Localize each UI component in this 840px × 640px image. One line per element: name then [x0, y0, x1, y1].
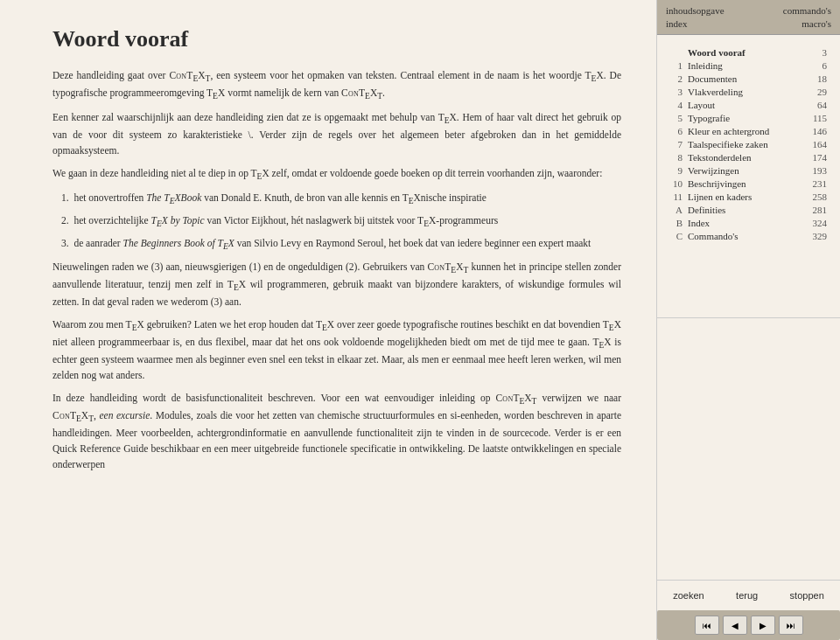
para-5: Waarom zou men TEX gebruiken? Laten we h… [52, 317, 621, 384]
nav-index[interactable]: index [666, 18, 746, 29]
para-2: Een kenner zal waarschijnlijk aan deze h… [52, 110, 621, 159]
para-6: In deze handleiding wordt de basisfuncti… [52, 391, 621, 473]
toc-row-5[interactable]: 5 Typografie 115 [670, 111, 827, 124]
toc-row-6[interactable]: 6 Kleur en achtergrond 146 [670, 124, 827, 137]
toc-row-3[interactable]: 3 Vlakverdeling 29 [670, 85, 827, 98]
toc-row-11[interactable]: 11 Lijnen en kaders 258 [670, 190, 827, 203]
toc-title-page: 3 [796, 45, 827, 59]
nav-prev-button[interactable]: ◀ [723, 616, 747, 635]
nav-inhoudsopgave[interactable]: inhoudsopgave [666, 5, 746, 16]
item-1: 1. het onovertroffen The TEXBook van Don… [52, 191, 621, 208]
toc-row-2[interactable]: 2 Documenten 18 [670, 72, 827, 85]
toc-row-A[interactable]: A Definities 281 [670, 203, 827, 216]
bottom-buttons: zoeken terug stoppen [657, 581, 840, 610]
nav-last-button[interactable]: ⏭ [779, 616, 803, 635]
content-area: Woord vooraf Deze handleiding gaat over … [0, 0, 656, 640]
toc-row-10[interactable]: 10 Beschrijvingen 231 [670, 177, 827, 190]
sidebar: inhoudsopgavecommando'sindexmacro's Woor… [656, 0, 840, 640]
toc-row-1[interactable]: 1 Inleiding 6 [670, 59, 827, 72]
toc-title-cell[interactable]: Woord vooraf [688, 45, 796, 59]
para-4: Nieuwelingen raden we (3) aan, nieuwsgie… [52, 260, 621, 310]
main-container: Woord vooraf Deze handleiding gaat over … [0, 0, 840, 640]
page-title: Woord vooraf [52, 26, 621, 52]
toc-row-8[interactable]: 8 Tekstonderdelen 174 [670, 150, 827, 163]
para-3: We gaan in deze handleiding niet al te d… [52, 166, 621, 184]
nav-controls: ⏮ ◀ ▶ ⏭ [657, 610, 840, 640]
sidebar-spacer [657, 318, 840, 580]
toc-row-C[interactable]: C Commando's 329 [670, 229, 827, 242]
stoppen-button[interactable]: stoppen [783, 588, 831, 603]
top-nav: inhoudsopgavecommando'sindexmacro's [657, 0, 840, 35]
toc-header-row: Woord vooraf 3 [670, 45, 827, 59]
para-1: Deze handleiding gaat over ConTEXT, een … [52, 68, 621, 103]
toc-row-7[interactable]: 7 Taalspecifieke zaken 164 [670, 137, 827, 150]
nav-first-button[interactable]: ⏮ [695, 616, 719, 635]
content-body: Deze handleiding gaat over ConTEXT, een … [52, 68, 621, 472]
terug-button[interactable]: terug [729, 588, 765, 603]
zoeken-button[interactable]: zoeken [666, 588, 710, 603]
toc-area: Woord vooraf 3 1 Inleiding 6 2 Documente… [657, 35, 840, 318]
toc-row-4[interactable]: 4 Layout 64 [670, 98, 827, 111]
item-3: 3. de aanrader The Beginners Book of TEX… [52, 236, 621, 254]
nav-macros[interactable]: macro's [751, 18, 831, 29]
item-2: 2. het overzichtelijke TEX by Topic van … [52, 213, 621, 231]
nav-commandos[interactable]: commando's [751, 5, 831, 16]
nav-next-button[interactable]: ▶ [751, 616, 775, 635]
toc-row-B[interactable]: B Index 324 [670, 216, 827, 229]
toc-table: Woord vooraf 3 1 Inleiding 6 2 Documente… [670, 45, 827, 242]
toc-row-9[interactable]: 9 Verwijzingen 193 [670, 163, 827, 177]
